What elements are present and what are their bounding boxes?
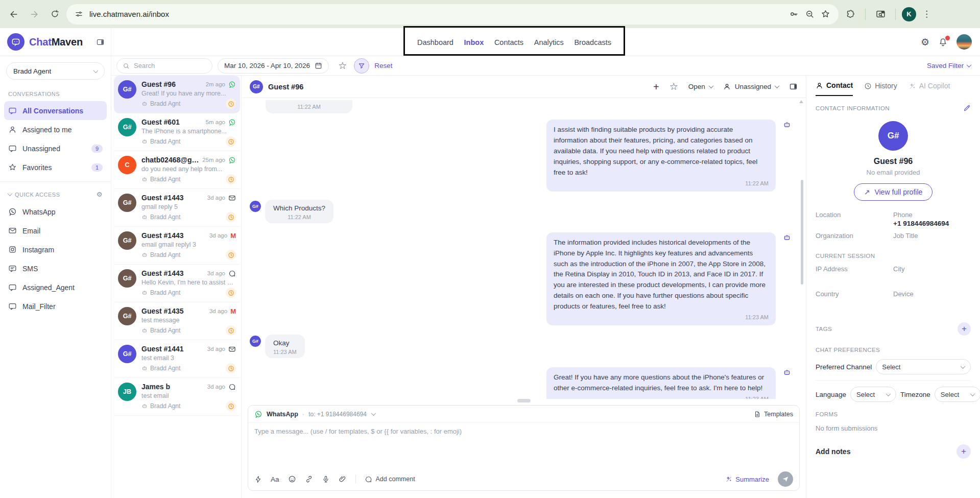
chat-icon [8,144,17,153]
conversation-item[interactable]: G# Guest #1443 3d ago M email gmail repl… [114,227,240,265]
settings-gear-icon[interactable]: ⚙ [921,36,929,48]
person-icon [8,125,17,134]
language-select[interactable]: Select [850,387,896,402]
conversation-item[interactable]: G# Guest #96 2m ago Great! If you have a… [114,76,240,113]
address-bar[interactable]: live.chatmaven.ai/inbox [66,4,839,25]
sidebar-item-instagram[interactable]: Instagram [0,240,111,259]
favorite-star-icon[interactable]: ☆ [670,81,678,92]
send-button[interactable] [778,471,793,487]
quick-access-settings-icon[interactable]: ⚙ [97,191,103,198]
pending-clock-icon [226,363,236,373]
link-icon[interactable] [305,475,313,483]
user-avatar[interactable] [957,34,972,50]
quick-reply-lightning-icon[interactable] [254,476,262,483]
sidebar-item-email[interactable]: Email [0,221,111,240]
url-text[interactable]: live.chatmaven.ai/inbox [89,10,783,18]
browser-profile-avatar[interactable]: K [902,7,916,21]
tab-history[interactable]: History [864,76,897,96]
scrollbar[interactable] [801,180,803,284]
scroll-up-arrow[interactable] [799,100,803,103]
text-format-icon[interactable]: Aa [271,476,279,483]
toggle-panel-icon[interactable] [789,82,798,91]
sidebar-item-favorites[interactable]: Favorites 1 [0,158,111,177]
conversation-item[interactable]: G# Guest #601 5m ago The iPhone is a sma… [114,113,240,151]
saved-filter-dropdown[interactable]: Saved Filter [927,62,980,69]
conversation-item[interactable]: G# Guest #1443 3d ago gmail reply 5 Brad… [114,189,240,227]
back-icon[interactable] [5,6,22,23]
sidebar-item-all-conversations[interactable]: All Conversations [4,101,107,120]
filter-icon[interactable] [354,58,369,74]
status-dropdown[interactable]: Open [688,83,713,90]
preferred-channel-select[interactable]: Select [876,359,971,374]
conversation-item[interactable]: G# Guest #1441 3d ago test email 3 Bradd… [114,340,240,378]
contact-info-label: CONTACT INFORMATION [816,105,890,111]
reset-button[interactable]: Reset [374,62,392,69]
nav-analytics[interactable]: Analytics [534,38,564,46]
notifications-bell-icon[interactable] [938,37,948,47]
tab-ai-copilot[interactable]: AI Copilot [909,76,950,96]
edit-pencil-icon[interactable] [963,104,971,112]
forward-icon[interactable] [26,6,43,23]
tags-label: TAGS [816,326,832,332]
avatar: G# [250,80,263,93]
microphone-icon[interactable] [322,475,330,483]
nav-inbox[interactable]: Inbox [464,38,484,46]
whatsapp-icon [8,207,17,216]
message-outgoing: The information provided includes histor… [250,232,791,326]
templates-button[interactable]: Templates [754,411,793,418]
add-icon[interactable]: + [653,82,659,92]
date-range-picker[interactable]: Mar 10, 2026 - Apr 10, 2026 [218,58,329,74]
bookmark-star-icon[interactable] [821,9,830,19]
add-tag-button[interactable]: + [958,322,971,336]
timezone-select[interactable]: Select [935,387,980,402]
emoji-icon[interactable] [288,475,296,483]
chevron-down-icon[interactable] [8,191,13,196]
site-settings-icon[interactable] [75,10,83,18]
conversation-item[interactable]: JB James b 3d ago test email Bradd Agnt [114,378,240,416]
browser-toolbar: live.chatmaven.ai/inbox K ⋮ [0,0,980,28]
language-label: Language [816,391,846,398]
sidebar-item-assigned-agent[interactable]: Assigned_Agent [0,278,111,297]
chevron-down-icon [708,83,713,88]
conversation-item[interactable]: G# Guest #1443 3d ago Hello Kevin, I'm h… [114,265,240,302]
add-comment-button[interactable]: Add comment [365,476,415,483]
message-bubble: I assist with finding suitable products … [546,120,776,192]
field-organization-label: Organization [816,232,893,240]
sidebar-item-unassigned[interactable]: Unassigned 9 [0,139,111,158]
nav-dashboard[interactable]: Dashboard [417,38,453,46]
summarize-button[interactable]: Summarize [725,476,769,483]
attachment-icon[interactable] [339,475,347,483]
view-full-profile-button[interactable]: ↗ View full profile [854,183,933,201]
sidebar-item-sms[interactable]: SMS [0,259,111,278]
message-bubble: The information provided includes histor… [546,232,776,326]
conversation-item[interactable]: G# Guest #1435 3d ago M test message Bra… [114,302,240,340]
conversation-item[interactable]: C chatb02468@gma... 25m ago do you need … [114,151,240,189]
favorite-filter-icon[interactable]: ☆ [338,60,347,72]
assignee-dropdown[interactable]: Unassigned [723,83,779,90]
search-input[interactable] [134,62,206,69]
add-note-button[interactable]: + [957,444,971,459]
reload-icon[interactable] [46,6,63,23]
contact-name: Guest #96 [816,157,971,166]
nav-broadcasts[interactable]: Broadcasts [574,38,611,46]
browser-menu-icon[interactable]: ⋮ [919,9,934,19]
tab-contact[interactable]: Contact [816,76,853,96]
agent-select[interactable]: Bradd Agent [6,62,105,80]
avatar: G# [118,231,136,250]
zoom-out-icon[interactable] [805,9,815,19]
search-box[interactable] [116,58,212,74]
whatsapp-icon [228,81,236,88]
message-input[interactable] [254,428,793,463]
nav-contacts[interactable]: Contacts [494,38,523,46]
extensions-icon[interactable] [842,6,859,23]
message-list[interactable]: 11:22 AM I assist with finding suitable … [242,98,806,399]
chevron-down-icon[interactable] [371,411,376,416]
sidebar-item-assigned-to-me[interactable]: Assigned to me [0,120,111,139]
tab-search-icon[interactable] [872,6,889,23]
resize-handle[interactable] [517,399,531,402]
toolbar-divider [865,9,866,20]
password-key-icon[interactable] [789,9,799,19]
collapse-sidebar-icon[interactable] [96,38,105,46]
sidebar-item-mail-filter[interactable]: Mail_Filter [0,297,111,316]
sidebar-item-whatsapp[interactable]: WhatsApp [0,202,111,221]
